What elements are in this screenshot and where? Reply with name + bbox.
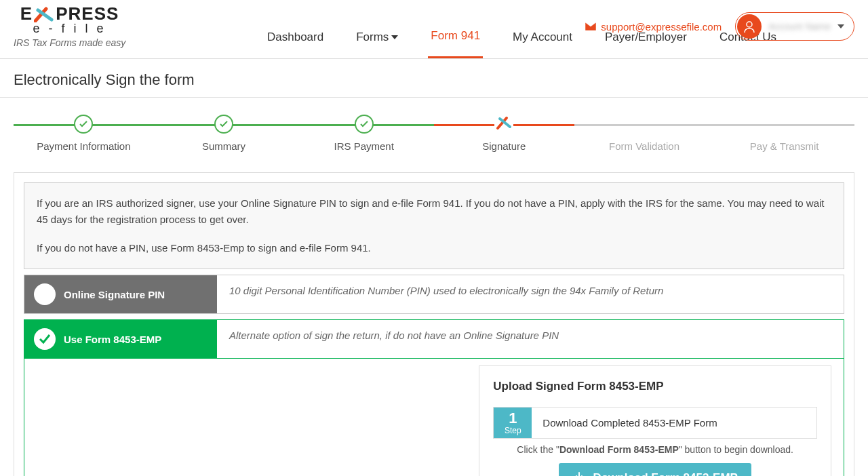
nav-form941[interactable]: Form 941 [428, 22, 483, 58]
check-icon [359, 119, 369, 129]
info-panel: If you are an IRS authorized signer, use… [24, 182, 844, 269]
svg-point-0 [747, 22, 752, 27]
tagline: IRS Tax Forms made easy [14, 37, 125, 48]
chevron-down-icon [391, 35, 398, 39]
nav-dashboard[interactable]: Dashboard [264, 22, 326, 58]
step-payment-info[interactable]: Payment Information [14, 115, 154, 152]
option-signature-pin[interactable]: Online Signature PIN 10 digit Personal I… [24, 275, 844, 314]
page-title: Electronically Sign the form [0, 59, 868, 98]
upload-step-1: 1 Step Download Completed 8453-EMP Form [493, 407, 817, 439]
step-signature[interactable]: Signature [434, 115, 574, 152]
user-menu[interactable]: Account Name [735, 12, 854, 41]
logo-x-icon [496, 115, 512, 131]
chevron-down-icon [837, 24, 844, 28]
download-form-button[interactable]: Download Form 8453-EMP [559, 463, 751, 476]
support-email-link[interactable]: support@expressefile.com [585, 21, 722, 33]
step-irs-payment[interactable]: IRS Payment [294, 115, 434, 152]
step-transmit: Pay & Transmit [714, 115, 854, 152]
download-help-text: Click the "Download Form 8453-EMP" butto… [493, 444, 817, 455]
user-icon [743, 20, 756, 33]
nav-forms[interactable]: Forms [353, 22, 401, 58]
check-icon [219, 119, 229, 129]
upload-title: Upload Signed Form 8453-EMP [493, 380, 817, 393]
logo-x-icon [34, 6, 54, 22]
download-icon [572, 472, 586, 476]
mail-icon [585, 22, 597, 31]
radio-unchecked-icon [34, 283, 56, 305]
user-name: Account Name [768, 21, 831, 32]
logo[interactable]: E PRESS e - f i l e IRS Tax Forms made e… [14, 3, 125, 48]
step-validation: Form Validation [574, 115, 715, 152]
radio-checked-icon [34, 328, 56, 350]
progress-stepper: Payment Information Summary IRS Payment … [14, 115, 854, 152]
step-summary[interactable]: Summary [154, 115, 294, 152]
check-icon [79, 119, 88, 129]
nav-my-account[interactable]: My Account [510, 22, 575, 58]
upload-panel: Upload Signed Form 8453-EMP 1 Step Downl… [479, 365, 831, 476]
avatar [737, 14, 762, 39]
